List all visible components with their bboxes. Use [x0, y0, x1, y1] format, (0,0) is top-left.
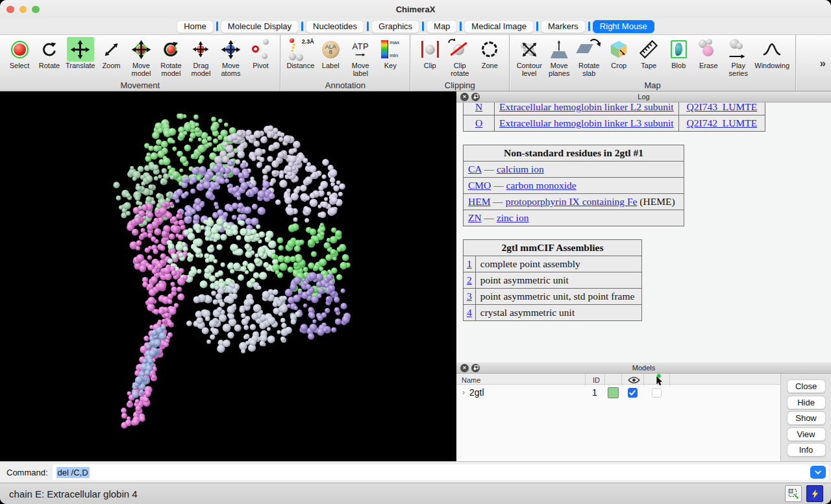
toolbar-button-windowing[interactable]: Windowing	[754, 37, 789, 70]
model-id: 1	[585, 387, 604, 398]
assembly-id-link[interactable]: 1	[467, 258, 472, 269]
toolbar-button-label[interactable]: ALA8 Label	[317, 37, 344, 70]
maximize-window-icon[interactable]	[32, 6, 40, 14]
model-selected-checkbox[interactable]	[652, 388, 662, 398]
residue-code-link[interactable]: HEM	[468, 196, 490, 207]
toolbar-button-pivot[interactable]: Pivot	[247, 37, 274, 70]
toolbar-button-erase[interactable]: Erase	[695, 37, 722, 70]
toolbar-button-rotate-slab[interactable]: Rotate slab	[575, 37, 602, 77]
assembly-description: crystal asymmetric unit	[475, 305, 641, 321]
toolbar-button-distance[interactable]: 2.3Å Distance	[286, 37, 314, 70]
toolbar-button-clip[interactable]: Clip	[416, 37, 443, 70]
assembly-id-link[interactable]: 4	[467, 307, 472, 318]
view-button[interactable]: View	[787, 427, 826, 441]
tab-graphics[interactable]: Graphics	[371, 20, 419, 33]
close-button[interactable]: Close	[787, 379, 826, 393]
residue-name-link[interactable]: calcium ion	[497, 163, 544, 174]
translate-arrows-icon	[67, 37, 94, 62]
toolbar-group-label: Map	[510, 80, 795, 90]
table-row: CMO — carbon monoxide	[464, 178, 684, 194]
close-icon[interactable]: ×	[460, 364, 469, 372]
log-panel-title: Log	[456, 93, 831, 101]
tab-map[interactable]: Map	[427, 20, 457, 33]
chain-description-link[interactable]: Extracellular hemoglobin linker L3 subun…	[499, 117, 674, 128]
toolbar-button-move-planes[interactable]: Move planes	[545, 37, 573, 77]
toolbar-button-key[interactable]: maxmin Key	[377, 37, 404, 70]
toolbar-button-play-series[interactable]: Play series	[725, 37, 752, 77]
color-key-icon: maxmin	[377, 37, 404, 62]
show-button[interactable]: Show	[787, 411, 826, 425]
assembly-id-link[interactable]: 2	[467, 274, 472, 285]
command-label: Command:	[6, 468, 48, 477]
table-row: N Extracellular hemoglobin linker L2 sub…	[464, 102, 765, 115]
toolbar-button-zone[interactable]: Zone	[476, 37, 503, 70]
chevron-down-icon[interactable]	[810, 466, 826, 479]
toolbar-button-zoom[interactable]: Zoom	[97, 37, 125, 70]
residue-code-link[interactable]: CMO	[468, 180, 491, 191]
model-displayed-checkbox[interactable]	[628, 388, 638, 398]
model-row[interactable]: ›2gtl 1	[456, 385, 780, 400]
residue-name-link[interactable]: zinc ion	[497, 212, 529, 223]
assemblies-table: 2gtl mmCIF Assemblies1complete point ass…	[463, 239, 642, 321]
chain-description-link[interactable]: Extracellular hemoglobin linker L2 subun…	[499, 102, 674, 112]
tab-separator	[536, 21, 538, 31]
move-planes-icon	[545, 37, 573, 62]
assembly-id-link[interactable]: 3	[467, 291, 472, 302]
drag-model-icon	[187, 37, 214, 62]
graphics-viewport[interactable]	[0, 91, 456, 461]
minimize-window-icon[interactable]	[19, 6, 27, 14]
residue-name-link[interactable]: carbon monoxide	[506, 180, 577, 191]
toolbar-button-rotate[interactable]: Rotate	[36, 37, 63, 70]
float-window-icon[interactable]	[471, 93, 480, 101]
lightning-icon[interactable]	[806, 485, 823, 502]
toolbar-button-rotate-model[interactable]: Rotate model	[157, 37, 184, 77]
table-row: 2point asymmetric unit	[464, 272, 642, 289]
models-panel-header: × Models	[456, 363, 831, 374]
command-input[interactable]: del /C,D	[53, 464, 828, 480]
toolbar-overflow-chevron-icon[interactable]: »	[820, 57, 826, 70]
uniprot-link[interactable]: Q2I742_LUMTE	[687, 117, 758, 128]
erase-icon	[695, 37, 722, 62]
chain-link[interactable]: N	[475, 102, 482, 112]
selection-outline-icon[interactable]	[785, 485, 802, 502]
toolbar-button-contour-level[interactable]: Contour level	[515, 37, 543, 77]
toolbar-button-translate[interactable]: Translate	[66, 37, 95, 70]
tab-markers[interactable]: Markers	[541, 20, 586, 33]
assembly-description: complete point assembly	[475, 256, 641, 272]
residue-name-link[interactable]: protoporphyrin IX containing Fe	[506, 196, 638, 207]
move-label-icon: ATP	[347, 37, 374, 62]
toolbar-button-blob[interactable]: Blob	[665, 37, 692, 70]
toolbar-button-clip-rotate[interactable]: Clip rotate	[446, 37, 473, 77]
toolbar-button-move-atoms[interactable]: Move atoms	[217, 37, 244, 77]
chevron-right-icon[interactable]: ›	[462, 388, 465, 397]
chain-link[interactable]: O	[475, 117, 482, 128]
tab-right-mouse[interactable]: Right Mouse	[593, 20, 654, 33]
float-window-icon[interactable]	[471, 364, 480, 372]
crop-cube-icon	[605, 37, 632, 62]
tab-separator	[367, 21, 369, 31]
hide-button[interactable]: Hide	[787, 396, 826, 409]
residue-code-link[interactable]: ZN	[468, 212, 482, 223]
toolbar-button-move-label[interactable]: ATP Move label	[347, 37, 374, 77]
close-icon[interactable]: ×	[460, 93, 469, 101]
toolbar-button-drag-model[interactable]: Drag model	[187, 37, 214, 77]
rotate-model-icon	[157, 37, 184, 62]
uniprot-link[interactable]: Q2I743_LUMTE	[687, 102, 758, 112]
toolbar-button-select[interactable]: Select	[6, 37, 33, 70]
zone-icon	[476, 37, 503, 62]
toolbar-button-tape[interactable]: Tape	[635, 37, 662, 70]
tape-ruler-icon	[635, 37, 662, 62]
toolbar-button-move-model[interactable]: Move model	[127, 37, 155, 77]
toolbar-button-crop[interactable]: Crop	[605, 37, 632, 70]
tab-separator	[422, 21, 424, 31]
tab-home[interactable]: Home	[177, 20, 214, 33]
residue-code-link[interactable]: CA	[468, 163, 482, 174]
table-row: 1complete point assembly	[464, 256, 642, 272]
info-button[interactable]: Info	[787, 443, 826, 457]
tab-nucleotides[interactable]: Nucleotides	[306, 20, 364, 33]
close-window-icon[interactable]	[6, 6, 14, 14]
model-color-swatch[interactable]	[608, 387, 619, 398]
tab-molecule-display[interactable]: Molecule Display	[221, 20, 299, 33]
nonstandard-residues-table: Non-standard residues in 2gtl #1CA — cal…	[463, 145, 684, 226]
tab-medical-image[interactable]: Medical Image	[464, 20, 534, 33]
